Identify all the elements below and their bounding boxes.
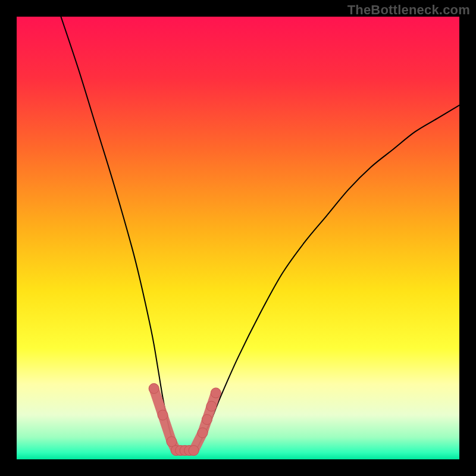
watermark-text: TheBottleneck.com — [347, 2, 470, 18]
plot-area — [17, 17, 459, 459]
data-marker — [149, 383, 159, 393]
data-marker — [211, 388, 221, 398]
data-marker — [202, 415, 212, 425]
data-marker — [206, 401, 217, 411]
data-marker — [189, 446, 199, 456]
data-marker — [158, 410, 168, 420]
chart-frame: TheBottleneck.com — [0, 0, 476, 476]
data-marker — [167, 437, 177, 447]
data-marker — [198, 428, 208, 438]
bottleneck-chart — [17, 17, 459, 459]
